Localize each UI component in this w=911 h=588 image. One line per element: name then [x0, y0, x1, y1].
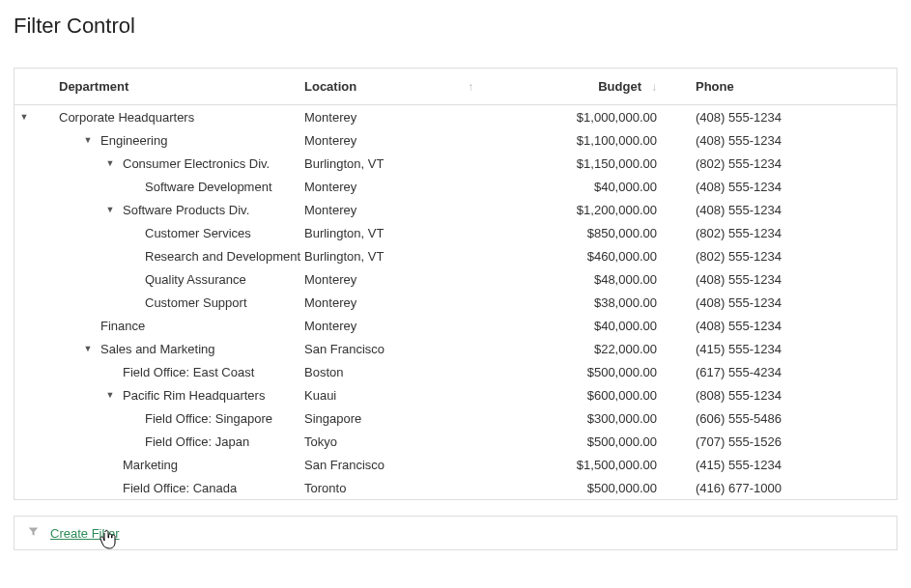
sort-desc-icon: ↓ — [651, 80, 657, 94]
cell-phone: (408) 555-1234 — [676, 180, 897, 194]
column-header-phone-label: Phone — [696, 79, 734, 94]
department-label: Consumer Electronics Div. — [123, 156, 270, 171]
department-label: Field Office: Japan — [145, 434, 249, 449]
department-label: Customer Support — [145, 295, 247, 310]
tree-collapse-icon[interactable]: ▼ — [103, 390, 117, 400]
filter-icon — [28, 526, 39, 540]
column-header-budget-label: Budget — [598, 79, 641, 94]
department-label: Field Office: Canada — [123, 481, 237, 495]
table-row[interactable]: ▼Software DevelopmentMonterey$40,000.00(… — [14, 175, 897, 198]
cell-department: ▼Marketing — [34, 458, 304, 472]
department-label: Sales and Marketing — [100, 342, 215, 356]
cell-location: Burlington, VT — [304, 226, 483, 240]
cell-location: Tokyo — [304, 434, 483, 449]
cell-location: Singapore — [304, 411, 483, 426]
cell-budget: $1,150,000.00 — [483, 156, 676, 171]
table-row[interactable]: ▼Field Office: East CoastBoston$500,000.… — [14, 360, 897, 383]
cell-budget: $40,000.00 — [483, 319, 676, 333]
cell-location: Monterey — [304, 180, 483, 194]
cell-location: Monterey — [304, 319, 483, 333]
cell-department: ▼Finance — [34, 319, 304, 333]
cell-phone: (808) 555-1234 — [676, 388, 897, 403]
tree-collapse-icon[interactable]: ▼ — [103, 205, 117, 214]
department-label: Field Office: Singapore — [145, 411, 272, 426]
tree-collapse-icon[interactable]: ▼ — [81, 344, 95, 353]
cell-location: San Francisco — [304, 342, 483, 356]
page-title: Filter Control — [14, 14, 897, 39]
department-label: Customer Services — [145, 226, 251, 240]
table-row[interactable]: ▼Research and DevelopmentBurlington, VT$… — [14, 244, 897, 267]
department-label: Software Products Div. — [123, 203, 249, 217]
cell-phone: (408) 555-1234 — [676, 203, 897, 217]
table-row[interactable]: ▼Consumer Electronics Div.Burlington, VT… — [14, 152, 897, 175]
table-row[interactable]: ▼Field Office: JapanTokyo$500,000.00(707… — [14, 430, 897, 453]
grid-header: Department Location ↑ Budget ↓ Phone — [14, 69, 897, 105]
department-label: Quality Assurance — [145, 272, 246, 287]
table-row[interactable]: ▼Corporate HeadquartersMonterey$1,000,00… — [14, 105, 897, 128]
table-row[interactable]: ▼Pacific Rim HeadquartersKuaui$600,000.0… — [14, 383, 897, 406]
cell-department: ▼Quality Assurance — [34, 272, 304, 287]
cell-phone: (408) 555-1234 — [676, 110, 897, 125]
column-header-location[interactable]: Location ↑ — [304, 79, 483, 94]
create-filter-link[interactable]: Create Filter — [50, 526, 120, 541]
cell-budget: $300,000.00 — [483, 411, 676, 426]
cell-department: ▼Engineering — [34, 133, 304, 148]
cell-department: ▼Consumer Electronics Div. — [34, 156, 304, 171]
cell-phone: (802) 555-1234 — [676, 226, 897, 240]
cell-department: ▼Customer Services — [34, 226, 304, 240]
cell-budget: $500,000.00 — [483, 434, 676, 449]
cell-phone: (802) 555-1234 — [676, 156, 897, 171]
cell-budget: $850,000.00 — [483, 226, 676, 240]
cell-department: ▼Field Office: Singapore — [34, 411, 304, 426]
table-row[interactable]: ▼Software Products Div.Monterey$1,200,00… — [14, 198, 897, 221]
table-row[interactable]: ▼FinanceMonterey$40,000.00(408) 555-1234 — [14, 314, 897, 337]
column-header-phone[interactable]: Phone — [676, 79, 897, 94]
cell-location: Monterey — [304, 272, 483, 287]
cell-phone: (408) 555-1234 — [676, 272, 897, 287]
cell-budget: $500,000.00 — [483, 481, 676, 495]
cell-location: Burlington, VT — [304, 156, 483, 171]
cell-location: San Francisco — [304, 458, 483, 472]
tree-collapse-icon[interactable]: ▼ — [103, 158, 117, 168]
cell-phone: (802) 555-1234 — [676, 249, 897, 264]
column-header-budget[interactable]: Budget ↓ — [483, 79, 676, 94]
column-header-department[interactable]: Department — [34, 79, 304, 94]
cell-location: Monterey — [304, 133, 483, 148]
department-label: Research and Development — [145, 249, 300, 264]
cell-department: Corporate Headquarters — [34, 110, 304, 125]
tree-collapse-icon[interactable]: ▼ — [81, 135, 95, 145]
table-row[interactable]: ▼Field Office: SingaporeSingapore$300,00… — [14, 406, 897, 430]
cell-budget: $1,500,000.00 — [483, 458, 676, 472]
cell-department: ▼Software Development — [34, 180, 304, 194]
filter-bar: Create Filter — [14, 516, 897, 550]
cell-budget: $22,000.00 — [483, 342, 676, 356]
cell-department: ▼Field Office: East Coast — [34, 365, 304, 379]
department-label: Corporate Headquarters — [59, 110, 194, 125]
tree-grid: Department Location ↑ Budget ↓ Phone ▼Co… — [14, 68, 897, 500]
table-row[interactable]: ▼Customer ServicesBurlington, VT$850,000… — [14, 221, 897, 244]
table-row[interactable]: ▼Quality AssuranceMonterey$48,000.00(408… — [14, 267, 897, 291]
cell-department: ▼Software Products Div. — [34, 203, 304, 217]
cell-budget: $1,000,000.00 — [483, 110, 676, 125]
table-row[interactable]: ▼Customer SupportMonterey$38,000.00(408)… — [14, 291, 897, 314]
row-toggle-gutter[interactable]: ▼ — [14, 112, 34, 122]
table-row[interactable]: ▼Sales and MarketingSan Francisco$22,000… — [14, 337, 897, 360]
table-row[interactable]: ▼EngineeringMonterey$1,100,000.00(408) 5… — [14, 128, 897, 152]
cell-phone: (617) 555-4234 — [676, 365, 897, 379]
cell-budget: $48,000.00 — [483, 272, 676, 287]
table-row[interactable]: ▼MarketingSan Francisco$1,500,000.00(415… — [14, 453, 897, 476]
department-label: Software Development — [145, 180, 272, 194]
cell-location: Monterey — [304, 295, 483, 310]
department-label: Field Office: East Coast — [123, 365, 254, 379]
cell-department: ▼Field Office: Canada — [34, 481, 304, 495]
column-header-location-label: Location — [304, 79, 356, 94]
table-row[interactable]: ▼Field Office: CanadaToronto$500,000.00(… — [14, 476, 897, 499]
column-header-department-label: Department — [59, 79, 128, 94]
department-label: Marketing — [123, 458, 178, 472]
cell-budget: $600,000.00 — [483, 388, 676, 403]
cell-phone: (408) 555-1234 — [676, 319, 897, 333]
cell-location: Boston — [304, 365, 483, 379]
cell-phone: (415) 555-1234 — [676, 458, 897, 472]
cell-budget: $1,100,000.00 — [483, 133, 676, 148]
cell-phone: (707) 555-1526 — [676, 434, 897, 449]
